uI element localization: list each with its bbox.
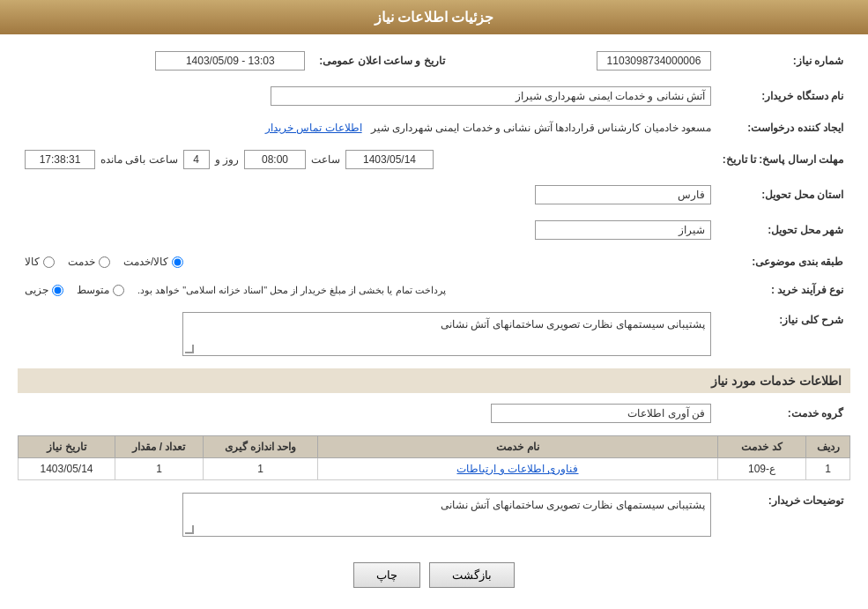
buyer-description-box: پشتیبانی سیستمهای نظارت تصویری ساختمانها… xyxy=(182,493,711,537)
back-button[interactable]: بازگشت xyxy=(429,562,515,588)
deadline-time: 08:00 xyxy=(244,150,306,169)
province-label: استان محل تحویل: xyxy=(718,182,850,208)
buyer-org-label: نام دستگاه خریدار: xyxy=(718,83,850,109)
request-number-label: شماره نیاز: xyxy=(718,48,850,74)
print-button[interactable]: چاپ xyxy=(353,562,420,588)
city-value: شیراز xyxy=(535,220,711,240)
description-box: پشتیبانی سیستمهای نظارت تصویری ساختمانها… xyxy=(182,312,711,356)
purchase-type-label: نوع فرآیند خرید : xyxy=(718,280,850,300)
services-table: ردیف کد خدمت نام خدمت واحد اندازه گیری ت… xyxy=(18,435,850,480)
city-label: شهر محل تحویل: xyxy=(718,217,850,243)
description-label: شرح کلی نیاز: xyxy=(718,308,850,360)
creator-label: ایجاد کننده درخواست: xyxy=(718,118,850,137)
category-kala[interactable]: کالا xyxy=(25,256,55,268)
category-label: طبقه بندی موضوعی: xyxy=(718,252,850,271)
service-group-label: گروه خدمت: xyxy=(718,400,850,427)
table-row: 1 ع-109 فناوری اطلاعات و ارتباطات 1 1 14… xyxy=(19,458,850,480)
announcement-value: 1403/05/09 - 13:03 xyxy=(155,51,305,71)
footer-buttons: بازگشت چاپ xyxy=(18,549,850,601)
creator-value: مسعود خادمیان کارشناس قراردادها آتش نشان… xyxy=(371,122,711,134)
deadline-label: مهلت ارسال پاسخ: تا تاریخ: xyxy=(716,146,850,173)
page-title: جزئیات اطلاعات نیاز xyxy=(375,10,494,25)
service-group-value: فن آوری اطلاعات xyxy=(491,404,711,423)
description-value: پشتیبانی سیستمهای نظارت تصویری ساختمانها… xyxy=(441,318,705,330)
buyer-resize-handle[interactable] xyxy=(185,525,194,534)
purchase-note: پرداخت تمام یا بخشی از مبلغ خریدار از مح… xyxy=(137,285,446,296)
col-service-code: کد خدمت xyxy=(718,436,806,458)
deadline-days: 4 xyxy=(183,150,210,169)
buyer-org-value: آتش نشانی و خدمات ایمنی شهرداری شیراز xyxy=(271,86,711,106)
deadline-time-label: ساعت xyxy=(311,153,340,166)
col-unit: واحد اندازه گیری xyxy=(204,436,318,458)
page-header: جزئیات اطلاعات نیاز xyxy=(0,0,868,34)
province-value: فارس xyxy=(535,185,711,204)
deadline-remaining-label: ساعت باقی مانده xyxy=(100,153,178,166)
buyer-description-value: پشتیبانی سیستمهای نظارت تصویری ساختمانها… xyxy=(441,499,705,511)
announcement-label: تاریخ و ساعت اعلان عمومی: xyxy=(312,48,451,74)
services-section-header: اطلاعات خدمات مورد نیاز xyxy=(18,368,850,393)
buyer-description-label: توضیحات خریدار: xyxy=(718,489,850,540)
category-kala-khedmat[interactable]: کالا/خدمت xyxy=(123,256,183,268)
creator-link[interactable]: اطلاعات تماس خریدار xyxy=(265,122,362,134)
col-date: تاریخ نیاز xyxy=(19,436,115,458)
request-number-value: 1103098734000006 xyxy=(597,51,711,71)
deadline-remaining: 17:38:31 xyxy=(25,150,95,169)
resize-handle[interactable] xyxy=(185,345,194,353)
category-khedmat[interactable]: خدمت xyxy=(68,256,110,268)
deadline-day-label: روز و xyxy=(215,153,239,166)
deadline-date: 1403/05/14 xyxy=(345,150,434,169)
col-quantity: تعداد / مقدار xyxy=(115,436,204,458)
col-service-name: نام خدمت xyxy=(318,436,718,458)
purchase-jozee[interactable]: جزیی xyxy=(25,284,63,296)
col-row-num: ردیف xyxy=(806,436,850,458)
purchase-motavaset[interactable]: متوسط xyxy=(77,284,124,296)
